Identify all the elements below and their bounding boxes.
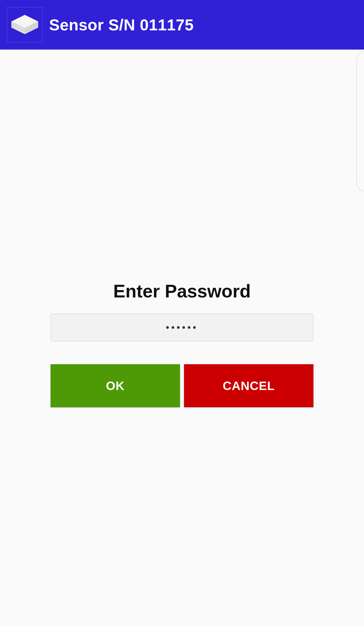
ok-button[interactable]: OK xyxy=(51,364,180,407)
sensor-device-icon xyxy=(7,7,42,42)
app-header: Sensor S/N 011175 xyxy=(0,0,364,50)
password-dialog: Enter Password OK CANCEL xyxy=(0,281,364,407)
dialog-button-row: OK CANCEL xyxy=(51,364,313,407)
page-title: Sensor S/N 011175 xyxy=(49,16,194,34)
password-input-wrapper xyxy=(51,314,313,341)
cancel-button[interactable]: CANCEL xyxy=(184,364,313,407)
password-prompt-label: Enter Password xyxy=(113,281,251,301)
side-handle xyxy=(356,51,364,192)
password-input[interactable] xyxy=(51,314,313,341)
